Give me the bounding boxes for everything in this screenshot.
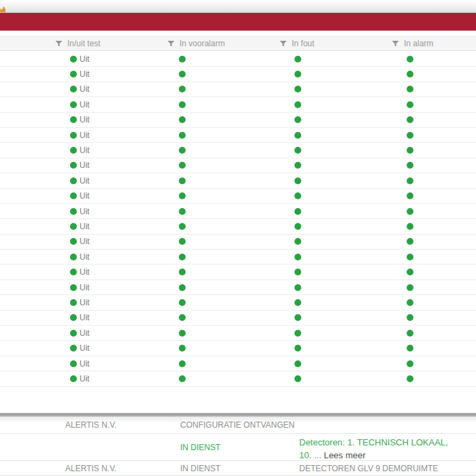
table-row[interactable]: Uit [0,250,476,265]
vooralarm-status-dot [179,254,186,260]
alarm-status-dot [407,269,413,275]
vooralarm-status-dot [179,360,186,367]
test-status-label: Uit [80,191,90,201]
alarm-status-dot [407,284,413,291]
alarm-status-dot [407,132,413,139]
alarm-status-dot [407,254,413,260]
test-status-label: Uit [80,160,90,170]
alarm-status-dot [407,162,413,169]
table-row[interactable]: Uit [0,204,476,219]
table-row[interactable]: Uit [0,113,476,128]
table-row[interactable]: Uit [0,326,476,341]
table-row[interactable]: Uit [0,280,476,295]
vooralarm-status-dot [179,116,186,123]
test-status-dot [70,162,77,169]
test-status-dot [70,177,77,184]
test-status-dot [70,284,77,291]
event-row[interactable]: ALERTIS N.V. CONFIGURATIE ONTVANGEN [0,417,476,434]
test-status-dot [70,375,77,382]
test-status-dot [70,345,77,352]
table-row[interactable]: Uit [0,82,476,97]
test-status-dot [70,299,77,306]
table-row[interactable]: Uit [0,341,476,356]
table-row[interactable]: Uit [0,235,476,250]
test-status-label: Uit [80,267,90,277]
flame-logo-icon [0,6,5,12]
fout-status-dot [294,177,301,184]
column-header-label[interactable]: In fout [292,39,314,48]
vooralarm-status-dot [179,314,186,321]
test-status-dot [70,254,77,260]
alarm-status-dot [407,314,413,321]
column-header-label[interactable]: In alarm [404,39,433,48]
vooralarm-status-dot [179,330,186,337]
table-row[interactable]: Uit [0,356,476,371]
filter-icon[interactable] [392,40,399,48]
vooralarm-status-dot [179,375,186,382]
table-row[interactable]: Uit [0,219,476,234]
table-row[interactable]: Uit [0,311,476,326]
test-status-dot [70,269,77,275]
column-header-label[interactable]: In vooralarm [180,39,225,48]
alarm-status-dot [407,86,413,92]
test-status-dot [70,192,77,199]
vooralarm-status-dot [179,208,186,215]
table-row[interactable]: Uit [0,97,476,112]
column-header-label[interactable]: In/uit test [67,39,101,48]
vooralarm-status-dot [179,101,186,108]
alarm-status-dot [407,330,413,337]
column-header-in-fout[interactable]: In fout [279,37,314,50]
vooralarm-status-dot [179,162,186,169]
column-header-in-vooralarm[interactable]: In vooralarm [167,37,225,50]
table-row[interactable]: Uit [0,143,476,158]
filter-icon[interactable] [55,40,63,48]
window-chrome-bar [0,0,476,13]
alarm-status-dot [407,345,413,352]
event-status: CONFIGURATIE ONTVANGEN [180,420,294,430]
test-status-label: Uit [80,313,90,322]
table-row[interactable]: Uit [0,52,476,67]
read-more-link[interactable]: Lees meer [324,450,365,460]
test-status-dot [70,360,77,367]
event-status: IN DIENST [180,443,220,452]
test-status-dot [70,314,77,321]
table-row[interactable]: Uit [0,67,476,82]
table-row[interactable]: Uit [0,371,476,386]
fout-status-dot [294,147,301,154]
test-status-dot [70,116,77,123]
test-status-label: Uit [80,222,90,231]
alarm-status-dot [407,116,413,123]
event-row[interactable]: IN DIENST Detectoren: 1. TECHNISCH LOKAA… [0,434,476,461]
table-row[interactable]: Uit [0,128,476,143]
vooralarm-status-dot [179,238,186,245]
column-header-in-uit-test[interactable]: In/uit test [55,37,101,50]
event-status: IN DIENST [180,464,220,473]
event-row[interactable]: ALERTIS N.V. IN DIENST DETECTOREN GLV 9 … [0,461,476,476]
alarm-status-dot [407,147,413,154]
table-row[interactable]: Uit [0,158,476,173]
fout-status-dot [294,299,301,306]
fout-status-dot [294,86,301,92]
fout-status-dot [294,116,301,123]
table-row[interactable]: Uit [0,295,476,310]
alarm-status-dot [407,208,413,215]
alarm-status-dot [407,299,413,306]
event-company: ALERTIS N.V. [65,464,116,473]
test-status-dot [70,208,77,215]
table-row[interactable]: Uit [0,265,476,279]
test-status-dot [70,330,77,337]
fout-status-dot [294,192,301,199]
table-row[interactable]: Uit [0,173,476,188]
test-status-dot [70,223,77,230]
column-header-in-alarm[interactable]: In alarm [392,37,433,50]
alarm-status-dot [407,375,413,382]
fout-status-dot [294,345,301,352]
filter-icon[interactable] [167,40,175,48]
filter-icon[interactable] [279,40,287,48]
test-status-dot [70,86,77,92]
test-status-label: Uit [80,252,90,262]
table-row[interactable]: Uit [0,189,476,204]
test-status-label: Uit [80,131,90,140]
alarm-status-dot [407,56,413,63]
vooralarm-status-dot [179,177,186,184]
